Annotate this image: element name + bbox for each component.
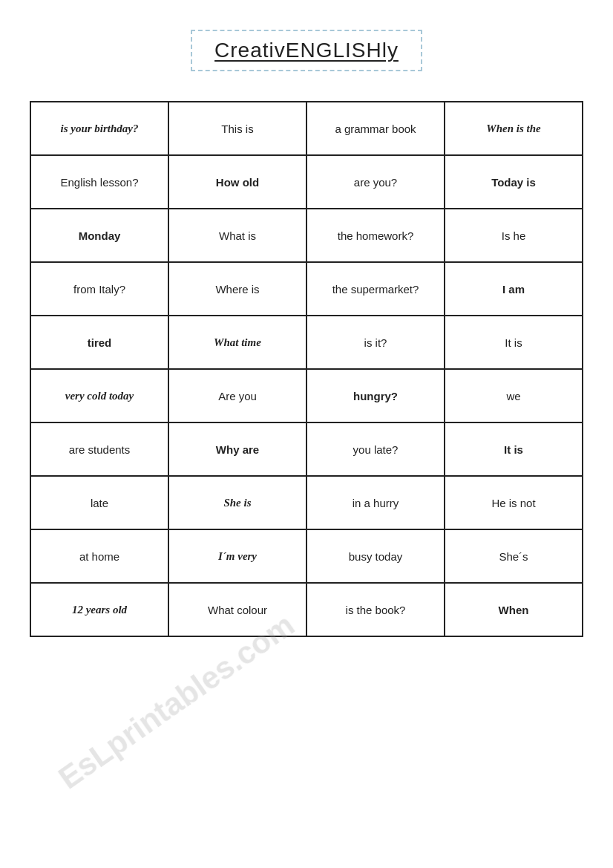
table-cell-0-3: When is the [445,102,583,155]
table-cell-3-0: from Italy? [30,262,168,316]
table-cell-8-3: She´s [445,529,583,583]
table-cell-2-2: the homework? [306,209,445,262]
table-cell-9-2: is the book? [306,583,445,636]
title-box: CreativENGLISHly [191,30,422,71]
table-cell-0-2: a grammar book [306,102,445,155]
table-cell-6-1: Why are [168,422,306,476]
table-cell-6-3: It is [445,422,583,476]
table-cell-4-1: What time [168,316,306,369]
table-cell-4-2: is it? [306,316,445,369]
page-title: CreativENGLISHly [214,39,399,62]
table-cell-7-1: She is [168,476,306,529]
table-cell-5-0: very cold today [30,369,168,422]
table-cell-4-0: tired [30,316,168,369]
table-cell-8-2: busy today [306,529,445,583]
table-cell-6-2: you late? [306,422,445,476]
table-cell-9-3: When [445,583,583,636]
table-cell-2-1: What is [168,209,306,262]
table-cell-6-0: are students [30,422,168,476]
table-cell-5-3: we [445,369,583,422]
table-cell-1-3: Today is [445,155,583,209]
table-cell-3-1: Where is [168,262,306,316]
table-cell-1-1: How old [168,155,306,209]
table-cell-1-2: are you? [306,155,445,209]
table-cell-1-0: English lesson? [30,155,168,209]
table-cell-9-0: 12 years old [30,583,168,636]
table-cell-0-0: is your birthday? [30,102,168,155]
table-cell-7-0: late [30,476,168,529]
table-cell-2-0: Monday [30,209,168,262]
table-cell-5-2: hungry? [306,369,445,422]
main-table: is your birthday?This isa grammar bookWh… [30,101,583,637]
table-cell-2-3: Is he [445,209,583,262]
table-cell-8-0: at home [30,529,168,583]
table-cell-3-2: the supermarket? [306,262,445,316]
table-cell-7-3: He is not [445,476,583,529]
table-cell-7-2: in a hurry [306,476,445,529]
table-cell-4-3: It is [445,316,583,369]
table-cell-3-3: I am [445,262,583,316]
table-cell-9-1: What colour [168,583,306,636]
table-cell-5-1: Are you [168,369,306,422]
table-cell-8-1: I´m very [168,529,306,583]
table-cell-0-1: This is [168,102,306,155]
